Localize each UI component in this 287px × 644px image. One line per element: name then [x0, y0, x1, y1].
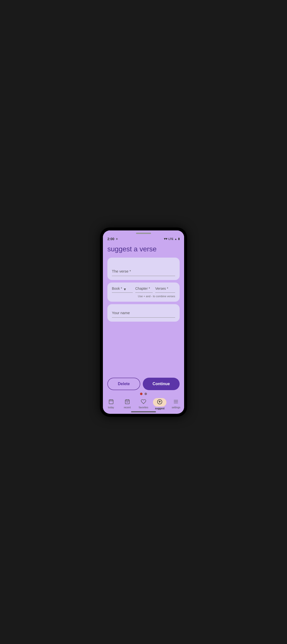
content-area: suggest a verse The verse * Book * ▼ [103, 242, 184, 375]
book-label: Book * [112, 286, 122, 290]
verses-label: Verses * [155, 286, 175, 290]
dot-2 [144, 393, 147, 395]
chapter-label: Chapter * [135, 286, 153, 290]
name-label: Your name [112, 311, 175, 315]
verse-card: The verse * [108, 258, 180, 280]
recent-label: recent [124, 406, 131, 409]
nav-recent[interactable]: recent [119, 399, 135, 409]
signal-icon: ▲ [174, 238, 177, 240]
verses-underline [155, 292, 175, 293]
chapter-underline [135, 292, 153, 293]
wifi-icon: ▾▾ [164, 237, 168, 241]
chapter-field: Chapter * [135, 286, 153, 293]
bottom-buttons: Delete Continue [103, 375, 184, 392]
nav-favorites[interactable]: favorites [135, 399, 152, 409]
settings-label: settings [172, 406, 180, 409]
battery-icon: ▮ [178, 237, 180, 240]
spacer [108, 324, 180, 372]
cross-icon: + [116, 237, 118, 241]
hint-row: Use + and - to combine verses [112, 295, 175, 298]
dot-1 [140, 393, 142, 395]
name-card: Your name [108, 304, 180, 322]
continue-button[interactable]: Continue [143, 378, 180, 390]
phone-screen: 2:00 + ▾▾ LTE ▲ ▮ suggest a verse The ve… [103, 230, 184, 414]
book-underline [112, 292, 133, 293]
clock-display: 2:00 [108, 237, 114, 241]
status-time: 2:00 + [108, 237, 118, 241]
svg-rect-4 [125, 400, 130, 404]
page-title: suggest a verse [108, 245, 180, 253]
favorites-icon [141, 399, 146, 406]
nav-today[interactable]: today [103, 399, 119, 409]
settings-icon [173, 399, 179, 406]
dropdown-arrow-icon[interactable]: ▼ [123, 287, 126, 291]
notch-bar [103, 230, 184, 236]
nav-settings[interactable]: settings [168, 399, 184, 409]
notch-pill [136, 233, 151, 234]
recent-icon [124, 399, 130, 406]
combine-hint: Use + and - to combine verses [112, 295, 175, 298]
favorites-label: favorites [139, 406, 148, 409]
ref-fields-row: Book * ▼ Chapter * Verses * [112, 286, 175, 293]
delete-button[interactable]: Delete [108, 378, 140, 390]
nav-suggest[interactable]: suggest [152, 398, 168, 410]
home-indicator [131, 411, 156, 412]
verses-field: Verses * [155, 286, 175, 293]
suggest-label: suggest [155, 407, 164, 410]
lte-label: LTE [168, 238, 174, 240]
nav-bar: today recent [103, 396, 184, 410]
name-underline [112, 318, 175, 318]
reference-card: Book * ▼ Chapter * Verses * [108, 282, 180, 302]
today-icon [108, 399, 114, 406]
phone-frame: 2:00 + ▾▾ LTE ▲ ▮ suggest a verse The ve… [100, 228, 187, 417]
suggest-icon-bg [153, 398, 166, 406]
book-label-row: Book * ▼ [112, 286, 133, 292]
verse-label: The verse * [112, 269, 175, 273]
today-label: today [108, 406, 114, 409]
status-icons: ▾▾ LTE ▲ ▮ [164, 237, 180, 241]
book-field: Book * ▼ [112, 286, 133, 293]
verse-underline [112, 276, 175, 276]
status-bar: 2:00 + ▾▾ LTE ▲ ▮ [103, 236, 184, 242]
svg-rect-0 [109, 400, 113, 404]
pagination-dots [103, 392, 184, 396]
